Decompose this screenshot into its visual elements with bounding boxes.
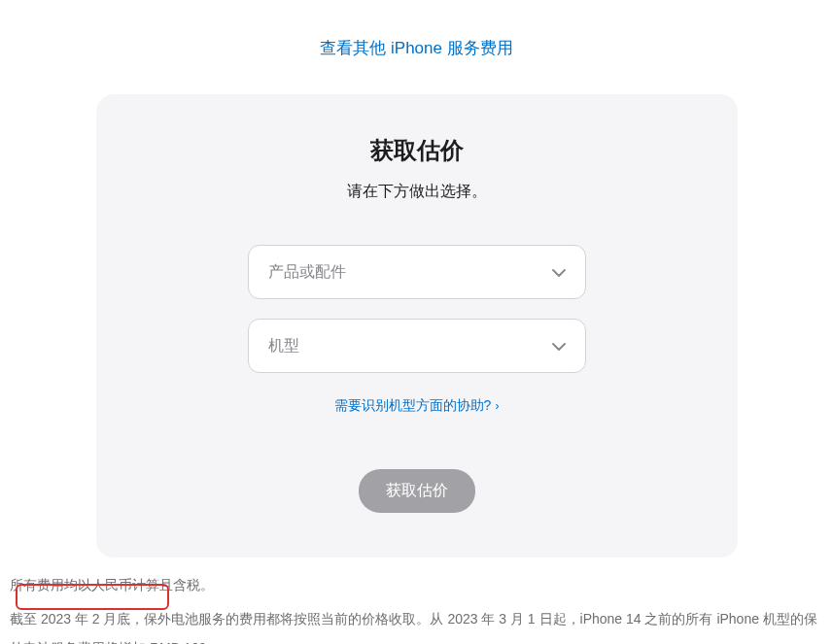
chevron-right-icon: ›: [495, 399, 499, 413]
help-link-label: 需要识别机型方面的协助?: [334, 397, 492, 413]
top-link-container: 查看其他 iPhone 服务费用: [0, 0, 833, 59]
footer-line-1: 所有费用均以人民币计算且含税。: [10, 571, 823, 599]
identify-model-help-link[interactable]: 需要识别机型方面的协助?›: [334, 397, 500, 413]
get-estimate-button[interactable]: 获取估价: [359, 469, 475, 513]
other-services-link[interactable]: 查看其他 iPhone 服务费用: [320, 39, 512, 57]
model-select[interactable]: 机型: [248, 319, 586, 373]
chevron-down-icon: [552, 263, 566, 281]
estimate-card: 获取估价 请在下方做出选择。 产品或配件 机型 需要识别机型方面的协助?› 获取…: [96, 94, 738, 558]
chevron-down-icon: [552, 337, 566, 355]
card-title: 获取估价: [145, 135, 689, 166]
help-link-container: 需要识别机型方面的协助?›: [145, 396, 689, 415]
product-select[interactable]: 产品或配件: [248, 245, 586, 299]
product-select-placeholder: 产品或配件: [268, 262, 346, 283]
model-select-placeholder: 机型: [268, 336, 299, 356]
card-subtitle: 请在下方做出选择。: [145, 182, 689, 202]
footer-line-2: 截至 2023 年 2 月底，保外电池服务的费用都将按照当前的价格收取。从 20…: [10, 605, 823, 644]
footer-text: 所有费用均以人民币计算且含税。 截至 2023 年 2 月底，保外电池服务的费用…: [0, 558, 833, 644]
